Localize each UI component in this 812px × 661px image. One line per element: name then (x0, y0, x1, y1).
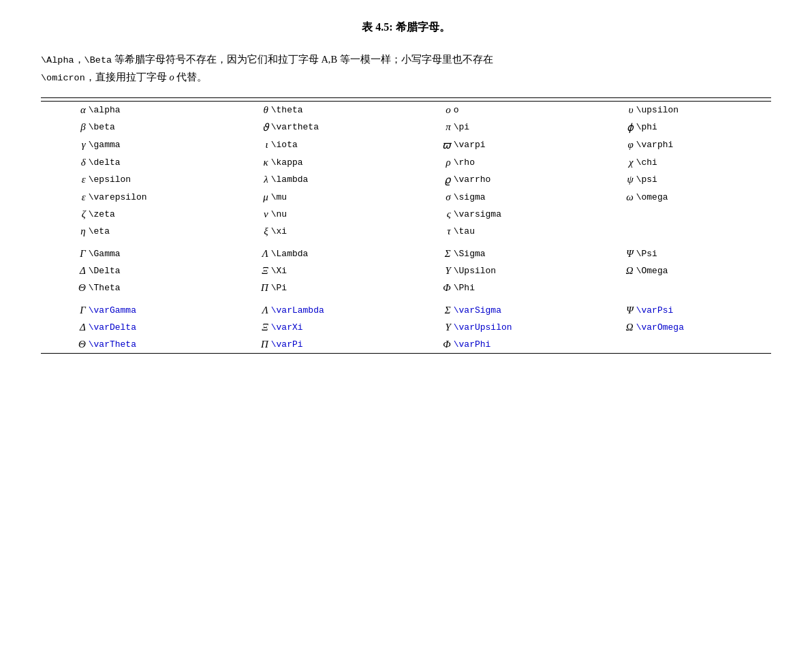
spacer-row (41, 240, 771, 245)
table-row: η \eta ξ \xi τ \tau (41, 223, 771, 240)
intro-paragraph: \Alpha，\Beta 等希腊字母符号不存在，因为它们和拉丁字母 A,B 等一… (41, 51, 771, 87)
table-row: Γ \varGamma Λ \varLambda Σ \varSigma Ψ \… (41, 302, 771, 319)
table-row: ε \varepsilon μ \mu σ \sigma ω \omega (41, 189, 771, 206)
intro-line1: \Alpha，\Beta 等希腊字母符号不存在，因为它们和拉丁字母 A,B 等一… (41, 54, 493, 65)
table-row: Δ \varDelta Ξ \varXi Υ \varUpsilon Ω \va… (41, 319, 771, 336)
greek-table: α \alpha θ \theta o o υ \upsilon β \beta… (41, 97, 771, 354)
table-row: γ \gamma ι \iota ϖ \varpi φ \varphi (41, 136, 771, 154)
table-row: α \alpha θ \theta o o υ \upsilon (41, 101, 771, 119)
table-row: Γ \Gamma Λ \Lambda Σ \Sigma Ψ \Psi (41, 245, 771, 262)
table-row: Δ \Delta Ξ \Xi Υ \Upsilon Ω \Omega (41, 262, 771, 279)
table-row-last: Θ \varTheta Π \varPi Φ \varPhi (41, 336, 771, 354)
table-row: δ \delta κ \kappa ρ \rho χ \chi (41, 154, 771, 171)
table-row: β \beta ϑ \vartheta π \pi ϕ \phi (41, 119, 771, 136)
page-title: 表 4.5: 希腊字母。 (41, 20, 771, 35)
intro-line2: \omicron，直接用拉丁字母 o 代替。 (41, 72, 207, 82)
spacer-row (41, 296, 771, 302)
table-row: Θ \Theta Π \Pi Φ \Phi (41, 279, 771, 296)
table-row: ε \epsilon λ \lambda ϱ \varrho ψ \psi (41, 171, 771, 189)
table-row: ζ \zeta ν \nu ς \varsigma (41, 206, 771, 223)
